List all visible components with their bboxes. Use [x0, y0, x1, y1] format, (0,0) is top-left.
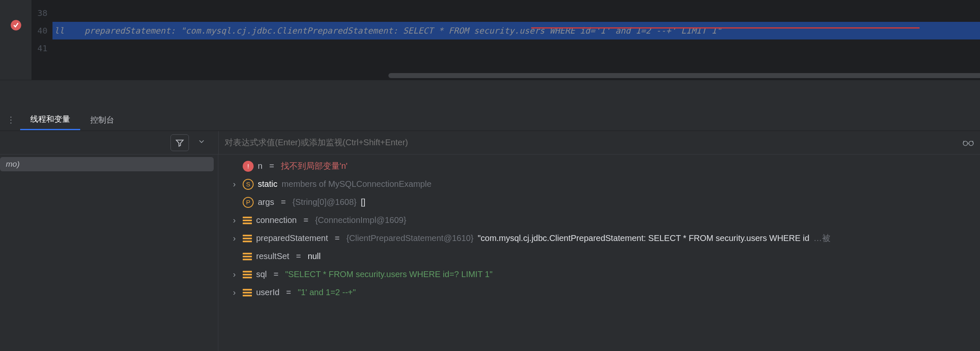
variable-name: args — [258, 193, 274, 211]
object-icon — [243, 271, 252, 278]
debug-columns: mo) › ! n = 找不到局部变量'n' › S static member… — [0, 155, 980, 351]
equals-sign: = — [278, 193, 288, 211]
code-editor: 38 40 41 ll preparedStatement: "com.mysq… — [0, 0, 980, 80]
expand-icon[interactable]: › — [230, 283, 238, 301]
equals-sign: = — [301, 211, 311, 229]
variable-string: "SELECT * FROM security.users WHERE id=?… — [285, 265, 493, 283]
code-content[interactable]: ll preparedStatement: "com.mysql.cj.jdbc… — [52, 0, 980, 80]
variable-object: {ClientPreparedStatement@1610} — [346, 229, 474, 247]
variable-row-userid[interactable]: › userId = "1' and 1=2 --+" — [218, 283, 980, 301]
evaluate-input-wrapper — [218, 131, 980, 154]
variable-string: "1' and 1=2 --+" — [298, 283, 356, 301]
tab-console[interactable]: 控制台 — [80, 110, 124, 130]
toolbar-left — [0, 131, 218, 154]
variables-column: › ! n = 找不到局部变量'n' › S static members of… — [218, 155, 980, 351]
object-icon — [243, 217, 252, 224]
equals-sign: = — [267, 157, 277, 175]
variable-tail: [] — [361, 193, 365, 211]
line-number: 38 — [31, 4, 47, 22]
expand-icon[interactable]: › — [230, 229, 238, 247]
tab-threads-variables[interactable]: 线程和变量 — [20, 109, 80, 130]
variable-name: sql — [256, 265, 267, 283]
object-icon — [243, 235, 252, 242]
filter-button[interactable] — [170, 134, 189, 151]
object-icon — [243, 253, 252, 260]
variable-row-preparedstatement[interactable]: › preparedStatement = {ClientPreparedSta… — [218, 229, 980, 247]
line-number: 41 — [31, 39, 47, 57]
variable-name: connection — [256, 211, 297, 229]
variable-object: {String[0]@1608} — [293, 193, 357, 211]
line-number-gutter: 38 40 41 — [31, 0, 52, 80]
code-line-highlighted: ll preparedStatement: "com.mysql.cj.jdbc… — [52, 22, 980, 39]
variable-name: preparedStatement — [256, 229, 328, 247]
variable-object: {ConnectionImpl@1609} — [315, 211, 406, 229]
variable-name: static — [258, 175, 278, 193]
variable-value: 找不到局部变量'n' — [281, 157, 348, 175]
frame-item[interactable]: mo) — [0, 157, 214, 171]
debug-tab-bar: ⋮ 线程和变量 控制台 — [0, 108, 980, 131]
variable-name: n — [258, 157, 262, 175]
variable-truncated: …被 — [814, 229, 831, 247]
expand-icon[interactable]: › — [230, 211, 238, 229]
variable-row-resultset[interactable]: › resultSet = null — [218, 247, 980, 265]
variable-row-error[interactable]: › ! n = 找不到局部变量'n' — [218, 157, 980, 175]
object-icon — [243, 289, 252, 296]
error-badge-icon: ! — [243, 161, 254, 172]
breakpoint-tool-icon[interactable] — [10, 19, 22, 34]
code-line — [52, 4, 980, 22]
horizontal-scrollbar[interactable] — [388, 73, 980, 78]
evaluate-toolbar — [0, 131, 980, 155]
watches-icon[interactable] — [956, 138, 980, 147]
equals-sign: = — [293, 247, 304, 265]
variable-row-connection[interactable]: › connection = {ConnectionImpl@1609} — [218, 211, 980, 229]
variable-value: members of MySQLConnectionExample — [282, 175, 432, 193]
code-line — [52, 39, 980, 57]
more-vertical-icon[interactable]: ⋮ — [3, 115, 20, 125]
variable-row-sql[interactable]: › sql = "SELECT * FROM security.users WH… — [218, 265, 980, 283]
variable-row-args[interactable]: › P args = {String[0]@1608} [] — [218, 193, 980, 211]
expand-icon[interactable]: › — [230, 175, 238, 193]
equals-sign: = — [332, 229, 342, 247]
error-underline — [531, 27, 920, 29]
variable-string: "com.mysql.cj.jdbc.ClientPreparedStateme… — [478, 229, 810, 247]
frames-column: mo) — [0, 155, 218, 351]
debug-panel: mo) › ! n = 找不到局部变量'n' › S static member… — [0, 131, 980, 351]
equals-sign: = — [284, 283, 294, 301]
code-line — [52, 57, 980, 75]
param-badge-icon: P — [243, 197, 254, 208]
panel-gap — [0, 80, 980, 108]
variable-name: userId — [256, 283, 280, 301]
chevron-down-icon[interactable] — [197, 137, 206, 148]
variable-name: resultSet — [256, 247, 289, 265]
expand-icon[interactable]: › — [230, 265, 238, 283]
static-badge-icon: S — [243, 179, 254, 190]
variable-row-static[interactable]: › S static members of MySQLConnectionExa… — [218, 175, 980, 193]
tool-icon-column — [0, 0, 31, 80]
equals-sign: = — [271, 265, 281, 283]
line-number: 40 — [31, 22, 47, 39]
variable-value: null — [308, 247, 321, 265]
evaluate-expression-input[interactable] — [225, 138, 956, 147]
